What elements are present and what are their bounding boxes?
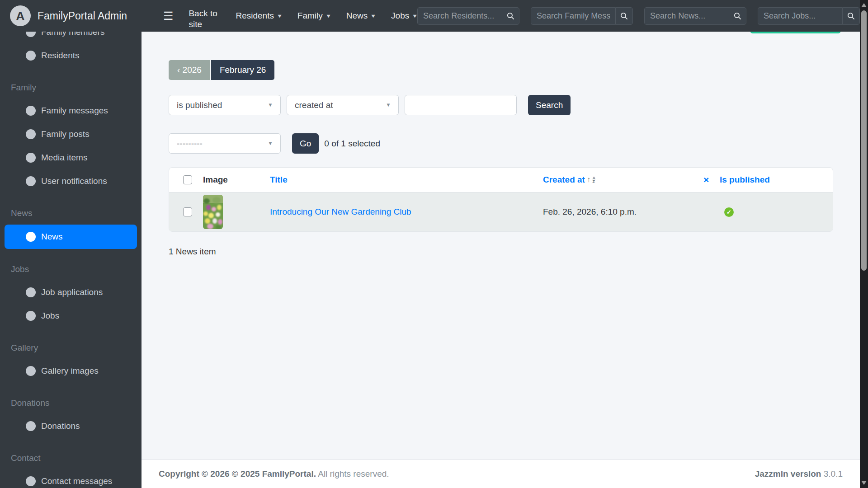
search-residents-input[interactable] [417,7,502,25]
selection-status: 0 of 1 selected [324,139,380,149]
footer-version-number: 3.0.1 [824,469,843,479]
sidebar-item-label: Donations [41,421,80,431]
clear-sort-icon[interactable]: × [703,174,709,185]
sort-alpha-icon[interactable]: ↑ [587,175,591,184]
sidebar-section-donations: Donations [0,396,142,410]
news-table: Image Title Created at ↑ AZ × Is publish… [169,167,833,232]
nav-menu-jobs[interactable]: Jobs ▼ [391,11,417,21]
sidebar-item-label: Job applications [41,287,103,297]
news-item-title-link[interactable]: Introducing Our New Gardening Club [270,207,411,216]
column-header-is-published[interactable]: Is published [720,175,770,184]
sidebar-item-label: Media items [41,153,87,163]
search-icon [733,12,742,20]
circle-icon [26,421,36,431]
scrollbar-thumb[interactable] [861,10,867,271]
sidebar-item-family-members[interactable]: Family members [0,32,142,44]
sidebar: Family members Residents Family Family m… [0,32,142,488]
sidebar-item-label: Family posts [41,129,90,139]
scrollbar-track[interactable] [860,0,868,488]
footer-version-label: Jazzmin version [755,469,821,479]
published-check-icon: ✓ [724,207,734,217]
sidebar-item-label: Family members [41,32,104,37]
sidebar-item-label: Family messages [41,106,108,116]
circle-icon [26,287,36,297]
sidebar-item-family-messages[interactable]: Family messages [0,99,142,122]
sidebar-item-label: User notifications [41,176,107,186]
table-header-row: Image Title Created at ↑ AZ × Is publish… [169,168,833,192]
app-logo-icon: A [10,5,31,26]
chevron-down-icon: ▼ [370,13,377,19]
result-count: 1 News item [169,247,841,257]
filter-search-input[interactable] [405,95,517,115]
nav-menu-news[interactable]: News ▼ [346,11,376,21]
footer-copyright: Copyright © 2026 © 2025 FamilyPortal. Al… [159,469,389,479]
chevron-down-icon: ▼ [268,102,273,108]
search-residents-button[interactable] [502,7,519,25]
news-item-created-at: Feb. 26, 2026, 6:10 p.m. [543,207,703,217]
footer-copyright-strong: Copyright © 2026 © 2025 FamilyPortal. [159,469,316,479]
sidebar-item-label: Jobs [41,311,59,321]
nav-menu-family[interactable]: Family ▼ [297,11,331,21]
sidebar-section-jobs: Jobs [0,263,142,276]
date-current-button[interactable]: February 26 [211,60,274,80]
sidebar-item-user-notifications[interactable]: User notifications [0,169,142,193]
nav-menu-jobs-label: Jobs [391,11,409,21]
search-icon [620,12,628,20]
search-family-messages-button[interactable] [615,7,633,25]
column-header-image: Image [198,175,270,185]
circle-icon [26,51,36,61]
circle-icon [26,176,36,186]
scrollbar-down-arrow-icon[interactable] [861,481,867,485]
created-at-filter-select[interactable]: created at ▼ [287,95,399,115]
sidebar-item-residents[interactable]: Residents [0,44,142,67]
menu-toggle-icon[interactable]: ☰ [163,9,173,23]
sidebar-item-media-items[interactable]: Media items [0,146,142,169]
sidebar-item-news[interactable]: News [5,225,137,249]
go-button[interactable]: Go [292,133,319,154]
sidebar-item-contact-messages[interactable]: Contact messages [0,469,142,488]
action-select-value: --------- [177,139,203,149]
filter-bar: is published ▼ created at ▼ Search [169,95,841,115]
sidebar-item-label: Contact messages [41,476,112,486]
scrollbar-up-arrow-icon[interactable] [861,3,867,7]
sidebar-section-news: News [0,206,142,220]
search-jobs-button[interactable] [842,7,860,25]
sidebar-item-family-posts[interactable]: Family posts [0,122,142,146]
circle-icon [26,106,36,116]
nav-back-to-site[interactable]: Back to site [189,8,220,30]
circle-icon [26,232,36,242]
published-filter-select[interactable]: is published ▼ [169,95,281,115]
search-jobs-input[interactable] [758,7,842,25]
nav-menu-residents-label: Residents [236,11,274,21]
sidebar-item-jobs[interactable]: Jobs [0,304,142,328]
nav-menu-residents[interactable]: Residents ▼ [236,11,282,21]
search-icon [847,12,855,20]
filter-search-button[interactable]: Search [528,95,571,115]
footer: Copyright © 2026 © 2025 FamilyPortal. Al… [142,460,860,488]
action-select[interactable]: --------- ▼ [169,133,281,154]
sidebar-item-label: Residents [41,51,80,61]
sidebar-item-gallery-images[interactable]: Gallery images [0,359,142,383]
sidebar-item-donations[interactable]: Donations [0,414,142,438]
search-news-input[interactable] [644,7,729,25]
search-news-button[interactable] [729,7,746,25]
main-content: News Home › News › News + Add News item … [142,13,868,257]
chevron-down-icon: ▼ [386,102,391,108]
column-header-title[interactable]: Title [270,175,288,184]
brand[interactable]: A FamilyPortal Admin [0,0,142,32]
sidebar-item-job-applications[interactable]: Job applications [0,281,142,304]
sidebar-section-family: Family [0,81,142,94]
date-hierarchy: ‹ 2026 February 26 [169,60,841,80]
row-checkbox[interactable] [183,207,192,216]
sidebar-item-label: Gallery images [41,366,99,376]
chevron-down-icon: ▼ [325,13,331,19]
sort-alpha-icon: AZ [592,176,595,183]
date-back-year-button[interactable]: ‹ 2026 [169,60,210,80]
circle-icon [26,366,36,376]
created-at-filter-value: created at [295,100,333,110]
search-family-messages-input[interactable] [531,7,615,25]
circle-icon [26,476,36,486]
circle-icon [26,153,36,163]
column-header-created-at[interactable]: Created at [543,175,585,185]
select-all-checkbox[interactable] [183,175,192,184]
